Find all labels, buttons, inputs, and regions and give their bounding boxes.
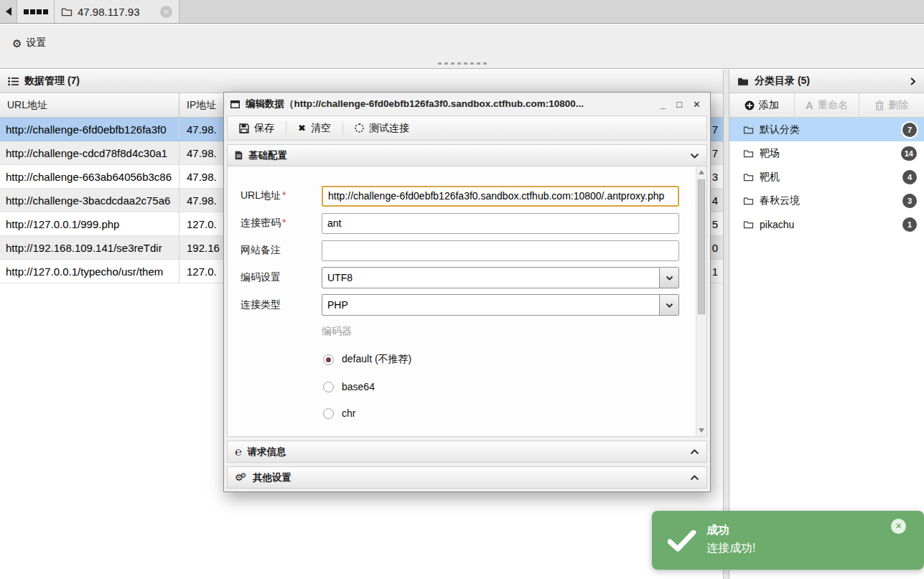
folder-icon	[61, 7, 73, 17]
toast-close-icon[interactable]: ✕	[891, 519, 906, 534]
encoding-value: UTF8	[322, 268, 659, 288]
radio-icon[interactable]	[323, 408, 334, 419]
collapse-panel-icon[interactable]	[910, 77, 916, 86]
row-url: http://challenge-3bacdcdaa2c75a6	[0, 189, 179, 212]
tab-close-icon[interactable]: ✕	[160, 6, 172, 18]
row-url: http://127.0.0.1/typecho/usr/them	[0, 260, 179, 283]
delete-category-button[interactable]: 删除	[859, 93, 924, 117]
add-category-label: 添加	[759, 99, 779, 112]
dialog-titlebar[interactable]: 编辑数据（http://challenge-6fd0ebfb126fa3f0.s…	[227, 93, 707, 116]
radio-icon[interactable]	[323, 382, 334, 392]
note-label: 网站备注	[241, 244, 322, 257]
checkmark-icon	[668, 530, 696, 552]
encoding-select[interactable]: UTF8	[322, 267, 679, 288]
form-row-url: URL地址*	[241, 185, 706, 207]
form-row-conn-type: 连接类型 PHP	[241, 294, 706, 316]
splitter-drag-handle[interactable]	[438, 62, 487, 65]
save-button[interactable]: 保存	[228, 116, 286, 140]
encoder-option-base64[interactable]: base64	[323, 381, 706, 392]
password-label: 连接密码*	[241, 217, 322, 230]
settings-button[interactable]: ⚙ 设置	[12, 34, 46, 52]
conn-type-select[interactable]: PHP	[322, 294, 679, 316]
section-request-info[interactable]: ℮ 请求信息	[227, 441, 707, 463]
row-url: http://challenge-6fd0ebfb126fa3f0	[0, 118, 179, 141]
save-label: 保存	[254, 122, 274, 135]
save-icon	[239, 123, 249, 133]
settings-toolbar: ⚙ 设置	[0, 24, 924, 69]
panel-splitter[interactable]	[723, 70, 729, 579]
success-toast: 成功 连接成功! ✕	[652, 511, 924, 570]
section-request-label: 请求信息	[248, 446, 286, 458]
category-panel-title: 分类目录 (5)	[755, 75, 810, 88]
encoder-option-label: chr	[342, 408, 355, 419]
category-count-badge: 14	[901, 146, 917, 161]
dropdown-button[interactable]	[659, 268, 678, 288]
add-category-button[interactable]: 添加	[729, 93, 794, 117]
tab-home[interactable]	[17, 0, 55, 23]
encoder-option-default[interactable]: default (不推荐)	[323, 353, 706, 366]
clear-button[interactable]: ✖ 清空	[286, 116, 342, 140]
scroll-down-icon[interactable]	[696, 425, 706, 436]
category-count-badge: 7	[902, 123, 917, 137]
category-name: 靶机	[760, 171, 780, 184]
tab-session[interactable]: 47.98.117.93 ✕	[55, 0, 179, 23]
section-basic-config[interactable]: 基础配置	[227, 144, 707, 166]
toast-text: 成功 连接成功!	[706, 523, 755, 556]
category-count-badge: 3	[902, 194, 917, 208]
minimize-icon[interactable]: _	[661, 100, 666, 109]
category-item[interactable]: 靶机 4	[729, 165, 924, 189]
category-name: 春秋云境	[760, 194, 800, 207]
window-controls: _ □ ✕	[661, 100, 704, 109]
window-icon	[230, 100, 240, 108]
section-other-label: 其他设置	[253, 471, 291, 484]
rename-category-label: 重命名	[818, 99, 848, 112]
category-item[interactable]: 靶场 14	[729, 141, 924, 165]
clear-label: 清空	[311, 122, 331, 135]
folder-icon	[743, 173, 754, 182]
dropdown-button[interactable]	[659, 295, 678, 315]
category-name: pikachu	[760, 219, 794, 230]
note-input[interactable]	[322, 240, 679, 261]
password-input[interactable]	[322, 213, 679, 234]
tabs-back-button[interactable]	[0, 0, 17, 23]
category-count-badge: 1	[902, 217, 917, 232]
category-item[interactable]: 默认分类 7	[729, 118, 924, 141]
folder-icon	[743, 126, 754, 134]
maximize-icon[interactable]: □	[676, 100, 682, 109]
chevron-down-icon[interactable]	[690, 153, 699, 159]
test-connection-label: 测试连接	[369, 122, 409, 135]
encoder-option-chr[interactable]: chr	[323, 408, 706, 419]
chevron-up-icon[interactable]	[690, 449, 699, 455]
section-other-settings[interactable]: ⚙⚙ 其他设置	[227, 466, 707, 489]
folder-icon	[743, 197, 754, 205]
category-item[interactable]: pikachu 1	[729, 212, 924, 236]
radio-selected-icon[interactable]	[323, 354, 334, 365]
folder-icon	[743, 220, 754, 229]
url-input[interactable]	[322, 186, 679, 207]
scroll-up-icon[interactable]	[696, 166, 706, 178]
clear-icon: ✖	[298, 123, 306, 133]
basic-config-form: URL地址* 连接密码* 网站备注 编码设置 UTF8 连接类型 PHP	[227, 166, 707, 437]
category-item[interactable]: 春秋云境 3	[729, 189, 924, 212]
section-basic-label: 基础配置	[248, 149, 287, 162]
rename-category-button[interactable]: A 重命名	[794, 93, 859, 117]
form-scrollbar[interactable]	[696, 166, 706, 436]
form-row-note: 网站备注	[241, 240, 706, 261]
scrollbar-thumb[interactable]	[698, 179, 705, 314]
tab-bar: 47.98.117.93 ✕	[0, 0, 924, 24]
trash-icon	[875, 100, 884, 110]
column-header-url[interactable]: URL地址	[0, 93, 179, 117]
column-header-ip[interactable]: IP地址	[179, 93, 216, 117]
category-panel: 分类目录 (5) 添加 A 重命名 删除 默认分类 7 靶场 14	[729, 70, 924, 579]
category-name: 靶场	[760, 147, 780, 160]
dialog-title: 编辑数据（http://challenge-6fd0ebfb126fa3f0.s…	[246, 98, 655, 110]
close-icon[interactable]: ✕	[693, 100, 701, 109]
chevron-up-icon[interactable]	[690, 475, 699, 481]
encoder-option-label: default (不推荐)	[342, 353, 411, 366]
gear-icon: ⚙	[12, 38, 22, 49]
row-url: http://127.0.0.1/999.php	[0, 212, 179, 235]
conn-type-value: PHP	[322, 295, 659, 315]
test-connection-button[interactable]: 测试连接	[343, 116, 421, 140]
gears-icon: ⚙⚙	[235, 473, 247, 482]
row-url: http://challenge-cdcd78f8d4c30a1	[0, 141, 179, 164]
